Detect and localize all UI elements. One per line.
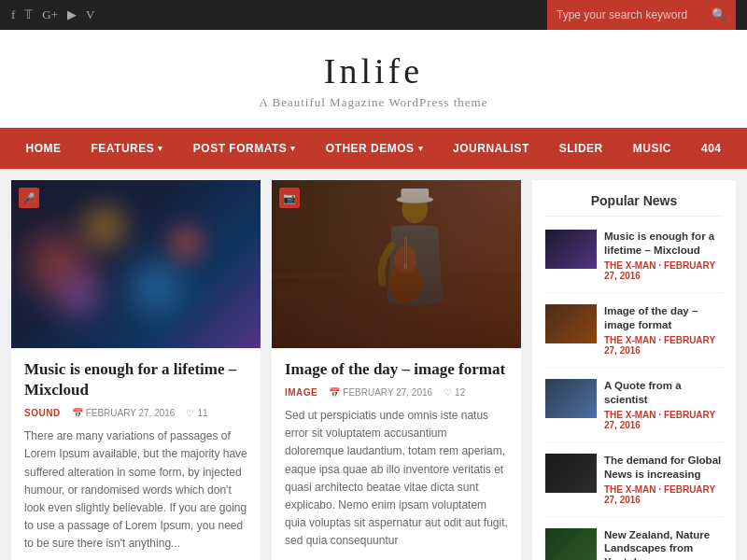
content-wrapper: 🎤 Music is enough for a lifetime – Mixcl… — [0, 169, 747, 560]
post-meta-1: SOUND 📅 FEBRUARY 27, 2016 ♡ 11 — [24, 408, 247, 418]
bokeh-3 — [133, 264, 179, 311]
bokeh-5 — [58, 273, 100, 315]
popular-item-3[interactable]: A Quote from a scientist THE X-MAN · FEB… — [545, 379, 723, 442]
post-excerpt-2: Sed ut perspiciatis unde omnis iste natu… — [285, 407, 508, 551]
popular-info-1: Music is enough for a lifetime – Mixclou… — [604, 230, 723, 281]
post-category-2: IMAGE — [285, 387, 317, 398]
vimeo-icon[interactable]: V — [86, 7, 94, 22]
main-nav: HOME FEATURES ▾ POST FORMATS ▾ OTHER DEM… — [0, 128, 747, 169]
sidebar: Popular News Music is enough for a lifet… — [532, 180, 736, 560]
post-title-1[interactable]: Music is enough for a lifetime – Mixclou… — [24, 359, 247, 400]
nav-item-slider[interactable]: SLIDER — [544, 128, 618, 169]
popular-title-2: Image of the day – image format — [604, 304, 723, 332]
popular-author-2: THE X-MAN — [604, 335, 656, 345]
post-title-2[interactable]: Image of the day – image format — [285, 359, 508, 380]
bokeh-4 — [170, 227, 203, 259]
nav-item-other-demos[interactable]: OTHER DEMOS ▾ — [311, 128, 438, 169]
top-bar: f 𝕋 G+ ▶ V 🔍 — [0, 0, 747, 30]
popular-thumb-4 — [545, 454, 597, 493]
chevron-down-icon: ▾ — [418, 144, 424, 153]
popular-item-1[interactable]: Music is enough for a lifetime – Mixclou… — [545, 230, 723, 293]
popular-item-4[interactable]: The demand for Global News is increasing… — [545, 454, 723, 517]
post-header-image-1: 🎤 — [11, 180, 261, 348]
calendar-icon: 📅 — [72, 408, 83, 418]
popular-author-1: THE X-MAN — [604, 260, 656, 271]
post-card-1: 🎤 Music is enough for a lifetime – Mixcl… — [11, 180, 261, 560]
heart-icon: ♡ — [444, 387, 452, 398]
post-type-icon-2: 📷 — [279, 188, 300, 208]
post-type-icon-1: 🎤 — [19, 188, 39, 208]
youtube-icon[interactable]: ▶ — [67, 7, 77, 22]
popular-meta-3: THE X-MAN · FEBRUARY 27, 2016 — [604, 410, 723, 430]
nav-item-post-formats[interactable]: POST FORMATS ▾ — [178, 128, 311, 169]
post-meta-2: IMAGE 📅 FEBRUARY 27, 2016 ♡ 12 — [285, 387, 508, 398]
post-date-2: 📅 FEBRUARY 27, 2016 — [329, 387, 432, 398]
post-excerpt-1: There are many variations of passages of… — [24, 427, 247, 553]
post-body-2: Image of the day – image format IMAGE 📅 … — [272, 348, 521, 560]
post-likes-1: ♡ 11 — [186, 408, 207, 418]
googleplus-icon[interactable]: G+ — [42, 7, 58, 22]
post-card-2: 📷 Image of the day – image format IMAGE … — [272, 180, 521, 560]
nav-item-404[interactable]: 404 — [686, 128, 737, 169]
popular-item-2[interactable]: Image of the day – image format THE X-MA… — [545, 304, 723, 368]
popular-title-1: Music is enough for a lifetime – Mixclou… — [604, 230, 723, 258]
search-icon[interactable]: 🔍 — [712, 7, 726, 22]
calendar-icon: 📅 — [329, 387, 340, 398]
site-tagline: A Beautiful Magazine WordPress theme — [0, 95, 747, 110]
post-likes-2: ♡ 12 — [444, 387, 465, 398]
post-body-1: Music is enough for a lifetime – Mixclou… — [11, 348, 261, 560]
popular-info-5: New Zealand, Nature Landscapes from Yout… — [604, 528, 723, 561]
popular-meta-1: THE X-MAN · FEBRUARY 27, 2016 — [604, 260, 723, 281]
site-title: Inlife — [0, 50, 747, 91]
popular-title-4: The demand for Global News is increasing — [604, 454, 723, 482]
nav-item-features[interactable]: FEATURES ▾ — [77, 128, 178, 169]
nav-item-music[interactable]: MUSIC — [618, 128, 686, 169]
popular-thumb-5 — [545, 528, 597, 561]
nav-item-home[interactable]: HOME — [11, 128, 77, 169]
popular-meta-2: THE X-MAN · FEBRUARY 27, 2016 — [604, 335, 723, 356]
popular-author-4: THE X-MAN — [604, 484, 656, 495]
facebook-icon[interactable]: f — [11, 7, 15, 22]
twitter-icon[interactable]: 𝕋 — [24, 7, 33, 22]
popular-news-list: Music is enough for a lifetime – Mixclou… — [545, 230, 723, 560]
social-icons: f 𝕋 G+ ▶ V — [11, 7, 94, 22]
popular-info-4: The demand for Global News is increasing… — [604, 454, 723, 505]
heart-icon: ♡ — [186, 408, 194, 418]
popular-thumb-2 — [545, 304, 597, 343]
popular-info-3: A Quote from a scientist THE X-MAN · FEB… — [604, 379, 723, 430]
popular-news-widget: Popular News Music is enough for a lifet… — [532, 180, 736, 560]
nav-item-journalist[interactable]: JOURNALIST — [438, 128, 544, 169]
post-date-1: 📅 FEBRUARY 27, 2016 — [72, 408, 176, 418]
popular-title-3: A Quote from a scientist — [604, 379, 723, 407]
site-header: Inlife A Beautiful Magazine WordPress th… — [0, 30, 747, 128]
popular-info-2: Image of the day – image format THE X-MA… — [604, 304, 723, 356]
search-bar: 🔍 — [547, 0, 736, 30]
chevron-down-icon: ▾ — [158, 144, 163, 153]
popular-item-5[interactable]: New Zealand, Nature Landscapes from Yout… — [545, 528, 723, 561]
bokeh-2 — [86, 208, 123, 245]
popular-thumb-1 — [545, 230, 597, 269]
post-category-1: SOUND — [24, 408, 61, 418]
popular-meta-4: THE X-MAN · FEBRUARY 27, 2016 — [604, 484, 723, 505]
popular-news-title: Popular News — [545, 193, 723, 217]
popular-author-3: THE X-MAN — [604, 410, 656, 420]
posts-column: 🎤 Music is enough for a lifetime – Mixcl… — [11, 180, 521, 560]
popular-thumb-3 — [545, 379, 597, 418]
posts-row: 🎤 Music is enough for a lifetime – Mixcl… — [11, 180, 521, 560]
post-header-image-2: 📷 — [272, 180, 521, 348]
photo-overlay — [272, 180, 521, 348]
popular-title-5: New Zealand, Nature Landscapes from Yout… — [604, 528, 723, 561]
chevron-down-icon: ▾ — [290, 144, 296, 153]
search-input[interactable] — [557, 8, 706, 21]
